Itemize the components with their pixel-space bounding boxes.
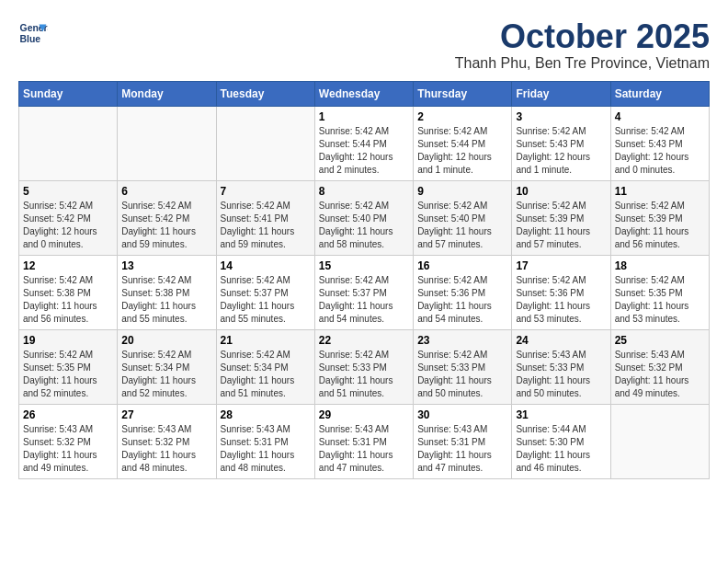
calendar-cell: 28Sunrise: 5:43 AM Sunset: 5:31 PM Dayli… [216,404,314,478]
calendar-cell: 30Sunrise: 5:43 AM Sunset: 5:31 PM Dayli… [414,404,512,478]
calendar-cell: 3Sunrise: 5:42 AM Sunset: 5:43 PM Daylig… [512,106,610,180]
day-number: 30 [417,408,507,421]
day-number: 5 [23,185,113,198]
day-number: 8 [319,185,409,198]
day-number: 13 [121,259,211,272]
day-number: 12 [23,259,113,272]
day-number: 9 [417,185,507,198]
day-info: Sunrise: 5:43 AM Sunset: 5:32 PM Dayligh… [615,349,705,400]
calendar-cell: 26Sunrise: 5:43 AM Sunset: 5:32 PM Dayli… [19,404,118,478]
calendar-cell: 15Sunrise: 5:42 AM Sunset: 5:37 PM Dayli… [314,255,413,329]
day-of-week-header: Thursday [414,81,512,106]
day-of-week-header: Wednesday [314,81,413,106]
day-info: Sunrise: 5:42 AM Sunset: 5:35 PM Dayligh… [23,349,113,400]
day-number: 27 [121,408,211,421]
day-number: 25 [615,334,705,347]
logo: General Blue [18,18,48,48]
day-number: 22 [319,334,409,347]
calendar-cell [118,106,216,180]
calendar-cell: 10Sunrise: 5:42 AM Sunset: 5:39 PM Dayli… [512,180,610,255]
day-number: 11 [615,185,705,198]
calendar-cell: 25Sunrise: 5:43 AM Sunset: 5:32 PM Dayli… [610,329,709,404]
day-info: Sunrise: 5:42 AM Sunset: 5:33 PM Dayligh… [319,349,409,400]
day-info: Sunrise: 5:42 AM Sunset: 5:39 PM Dayligh… [516,200,606,251]
days-of-week-row: SundayMondayTuesdayWednesdayThursdayFrid… [19,81,710,106]
calendar-cell: 21Sunrise: 5:42 AM Sunset: 5:34 PM Dayli… [216,329,314,404]
day-number: 21 [221,334,311,347]
day-info: Sunrise: 5:43 AM Sunset: 5:31 PM Dayligh… [221,423,311,475]
day-number: 18 [615,259,705,272]
day-number: 24 [516,334,606,347]
calendar-cell: 27Sunrise: 5:43 AM Sunset: 5:32 PM Dayli… [118,404,216,478]
day-of-week-header: Saturday [610,81,709,106]
calendar-cell: 14Sunrise: 5:42 AM Sunset: 5:37 PM Dayli… [216,255,314,329]
day-number: 1 [319,110,409,123]
day-info: Sunrise: 5:42 AM Sunset: 5:41 PM Dayligh… [221,200,311,251]
day-info: Sunrise: 5:43 AM Sunset: 5:32 PM Dayligh… [121,423,211,475]
day-info: Sunrise: 5:42 AM Sunset: 5:35 PM Dayligh… [615,274,705,326]
day-info: Sunrise: 5:42 AM Sunset: 5:36 PM Dayligh… [417,274,507,326]
day-info: Sunrise: 5:42 AM Sunset: 5:40 PM Dayligh… [417,200,507,251]
day-number: 2 [417,110,507,123]
calendar-cell: 17Sunrise: 5:42 AM Sunset: 5:36 PM Dayli… [512,255,610,329]
day-info: Sunrise: 5:42 AM Sunset: 5:42 PM Dayligh… [121,200,211,251]
day-number: 23 [417,334,507,347]
day-of-week-header: Monday [118,81,216,106]
calendar-cell: 16Sunrise: 5:42 AM Sunset: 5:36 PM Dayli… [414,255,512,329]
day-of-week-header: Sunday [19,81,118,106]
calendar-cell [610,404,709,478]
day-info: Sunrise: 5:42 AM Sunset: 5:43 PM Dayligh… [615,125,705,177]
calendar-cell: 1Sunrise: 5:42 AM Sunset: 5:44 PM Daylig… [314,106,413,180]
day-info: Sunrise: 5:42 AM Sunset: 5:34 PM Dayligh… [121,349,211,400]
day-number: 10 [516,185,606,198]
calendar-cell: 29Sunrise: 5:43 AM Sunset: 5:31 PM Dayli… [314,404,413,478]
day-number: 16 [417,259,507,272]
day-info: Sunrise: 5:42 AM Sunset: 5:34 PM Dayligh… [221,349,311,400]
day-number: 29 [319,408,409,421]
day-info: Sunrise: 5:42 AM Sunset: 5:44 PM Dayligh… [319,125,409,177]
calendar-week-row: 26Sunrise: 5:43 AM Sunset: 5:32 PM Dayli… [19,404,710,478]
day-number: 6 [121,185,211,198]
calendar-week-row: 19Sunrise: 5:42 AM Sunset: 5:35 PM Dayli… [19,329,710,404]
calendar-cell [216,106,314,180]
calendar-week-row: 1Sunrise: 5:42 AM Sunset: 5:44 PM Daylig… [19,106,710,180]
day-info: Sunrise: 5:43 AM Sunset: 5:33 PM Dayligh… [516,349,606,400]
day-info: Sunrise: 5:43 AM Sunset: 5:32 PM Dayligh… [23,423,113,475]
calendar-cell: 4Sunrise: 5:42 AM Sunset: 5:43 PM Daylig… [610,106,709,180]
day-info: Sunrise: 5:42 AM Sunset: 5:38 PM Dayligh… [121,274,211,326]
calendar-cell [19,106,118,180]
day-number: 4 [615,110,705,123]
day-info: Sunrise: 5:42 AM Sunset: 5:33 PM Dayligh… [417,349,507,400]
logo-icon: General Blue [18,18,48,48]
calendar-cell: 5Sunrise: 5:42 AM Sunset: 5:42 PM Daylig… [19,180,118,255]
day-number: 26 [23,408,113,421]
month-title: October 2025 [455,18,710,55]
day-number: 20 [121,334,211,347]
calendar-cell: 18Sunrise: 5:42 AM Sunset: 5:35 PM Dayli… [610,255,709,329]
calendar-week-row: 12Sunrise: 5:42 AM Sunset: 5:38 PM Dayli… [19,255,710,329]
calendar-cell: 7Sunrise: 5:42 AM Sunset: 5:41 PM Daylig… [216,180,314,255]
day-info: Sunrise: 5:43 AM Sunset: 5:31 PM Dayligh… [417,423,507,475]
calendar-cell: 13Sunrise: 5:42 AM Sunset: 5:38 PM Dayli… [118,255,216,329]
day-info: Sunrise: 5:42 AM Sunset: 5:37 PM Dayligh… [221,274,311,326]
calendar-cell: 20Sunrise: 5:42 AM Sunset: 5:34 PM Dayli… [118,329,216,404]
day-info: Sunrise: 5:42 AM Sunset: 5:37 PM Dayligh… [319,274,409,326]
calendar-cell: 22Sunrise: 5:42 AM Sunset: 5:33 PM Dayli… [314,329,413,404]
calendar-cell: 23Sunrise: 5:42 AM Sunset: 5:33 PM Dayli… [414,329,512,404]
day-number: 31 [516,408,606,421]
day-info: Sunrise: 5:43 AM Sunset: 5:31 PM Dayligh… [319,423,409,475]
day-number: 14 [221,259,311,272]
calendar-cell: 12Sunrise: 5:42 AM Sunset: 5:38 PM Dayli… [19,255,118,329]
calendar-cell: 6Sunrise: 5:42 AM Sunset: 5:42 PM Daylig… [118,180,216,255]
day-info: Sunrise: 5:42 AM Sunset: 5:36 PM Dayligh… [516,274,606,326]
calendar-table: SundayMondayTuesdayWednesdayThursdayFrid… [18,81,710,479]
day-info: Sunrise: 5:44 AM Sunset: 5:30 PM Dayligh… [516,423,606,475]
day-of-week-header: Friday [512,81,610,106]
calendar-cell: 9Sunrise: 5:42 AM Sunset: 5:40 PM Daylig… [414,180,512,255]
day-number: 28 [221,408,311,421]
calendar-cell: 8Sunrise: 5:42 AM Sunset: 5:40 PM Daylig… [314,180,413,255]
calendar-week-row: 5Sunrise: 5:42 AM Sunset: 5:42 PM Daylig… [19,180,710,255]
day-info: Sunrise: 5:42 AM Sunset: 5:40 PM Dayligh… [319,200,409,251]
day-number: 15 [319,259,409,272]
day-of-week-header: Tuesday [216,81,314,106]
